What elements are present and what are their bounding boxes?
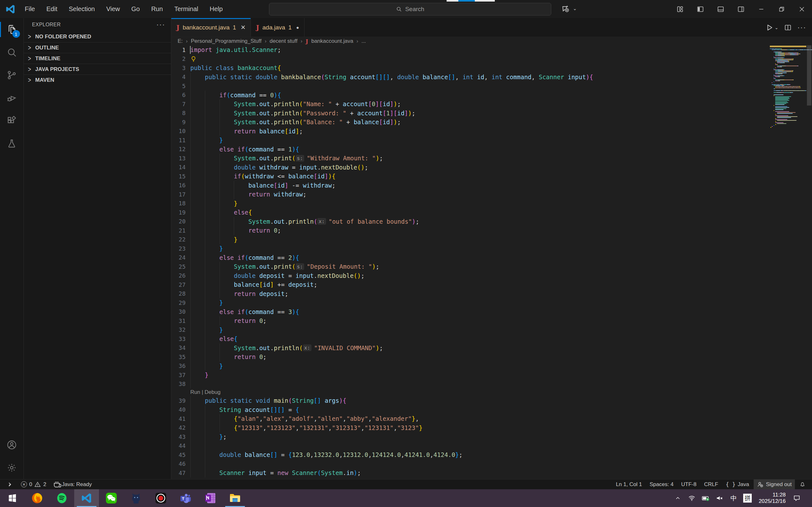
line-number[interactable]: 27	[171, 281, 190, 288]
line-number[interactable]: 38	[171, 381, 190, 387]
code-line[interactable]: 16 balance[id] -= withdraw;	[171, 181, 770, 190]
line-number[interactable]: 8	[171, 110, 190, 116]
line-number[interactable]: 42	[171, 424, 190, 431]
code-line[interactable]: 19 else{	[171, 208, 770, 217]
lightbulb-icon[interactable]	[190, 56, 197, 62]
line-number[interactable]: 43	[171, 434, 190, 440]
indentation[interactable]: Spaces: 4	[647, 480, 677, 490]
sidebar-section-outline[interactable]: >OUTLINE	[24, 42, 171, 53]
code-line[interactable]: 43 };	[171, 432, 770, 441]
code-line[interactable]: 20 System.out.println(x:"out of balance …	[171, 217, 770, 226]
code-line[interactable]: 12 else if(command == 1){	[171, 145, 770, 154]
line-number[interactable]: 20	[171, 218, 190, 225]
line-number[interactable]: 32	[171, 326, 190, 333]
line-number[interactable]: 35	[171, 354, 190, 360]
code-line[interactable]: 39 public static void main(String[] args…	[171, 396, 770, 405]
menu-file[interactable]: File	[20, 3, 39, 14]
line-number[interactable]: 39	[171, 397, 190, 404]
line-number[interactable]: 17	[171, 191, 190, 198]
editor-more-actions[interactable]: ···	[798, 23, 806, 32]
tab-ada.java[interactable]: Jada.java1●	[251, 18, 304, 37]
line-number[interactable]: 24	[171, 254, 190, 261]
line-number[interactable]: 4	[171, 73, 190, 80]
menu-terminal[interactable]: Terminal	[170, 3, 203, 14]
code-line[interactable]: 7 System.out.println("Name: " + account[…	[171, 100, 770, 109]
code-line[interactable]: 34 System.out.println(x:"INVALID COMMAND…	[171, 343, 770, 353]
line-number[interactable]: 46	[171, 460, 190, 467]
code-line[interactable]: 37 }	[171, 371, 770, 380]
line-number[interactable]: 23	[171, 245, 190, 252]
activity-accounts[interactable]	[0, 434, 24, 456]
taskbar-screen-recorder[interactable]	[148, 489, 173, 507]
tray-ime-mode[interactable]: 拼	[742, 494, 753, 503]
code-line[interactable]: 42 {"12313","123123","132131","312313","…	[171, 424, 770, 433]
line-number[interactable]: 6	[171, 92, 190, 98]
sidebar-section-maven[interactable]: >MAVEN	[24, 74, 171, 85]
code-line[interactable]: 21 return 0;	[171, 226, 770, 235]
code-line[interactable]: 4 public static double bankbalance(Strin…	[171, 72, 770, 82]
activity-run-and-debug[interactable]	[0, 87, 24, 109]
sidebar-section-java-projects[interactable]: >JAVA PROJECTS	[24, 64, 171, 74]
line-number[interactable]: 36	[171, 362, 190, 369]
code-line[interactable]: 2	[171, 55, 770, 64]
toggle-primary-sidebar-button[interactable]	[690, 0, 711, 18]
tray-wifi[interactable]	[687, 494, 697, 502]
code-editor[interactable]: 1import java.util.Scanner;23public class…	[171, 45, 812, 479]
code-line[interactable]: 9 System.out.println("Balance: " + balan…	[171, 118, 770, 127]
activity-testing[interactable]	[0, 132, 24, 155]
code-line[interactable]: 28 return deposit;	[171, 289, 770, 298]
tray-notification-center[interactable]	[792, 494, 802, 502]
line-number[interactable]: 40	[171, 406, 190, 413]
sidebar-section-timeline[interactable]: >TIMELINE	[24, 53, 171, 64]
line-number[interactable]: 10	[171, 128, 190, 134]
scrollbar-thumb[interactable]	[807, 45, 811, 106]
code-line[interactable]: 36 }	[171, 361, 770, 371]
code-line[interactable]: 26 double deposit = input.nextDouble();	[171, 271, 770, 280]
customize-layout-button[interactable]	[670, 0, 690, 18]
menu-run[interactable]: Run	[147, 3, 167, 14]
activity-extensions[interactable]	[0, 109, 24, 132]
tray-clock[interactable]: 11:282025/12/16	[756, 492, 788, 504]
line-number[interactable]: 14	[171, 164, 190, 170]
tray-battery[interactable]	[700, 494, 711, 502]
taskbar-wechat[interactable]	[99, 489, 124, 507]
line-number[interactable]: 11	[171, 137, 190, 144]
encoding[interactable]: UTF-8	[678, 480, 699, 490]
line-number[interactable]: 5	[171, 83, 190, 89]
taskbar-start[interactable]	[0, 489, 25, 507]
tray-ime-language[interactable]: 中	[728, 494, 739, 503]
menu-edit[interactable]: Edit	[42, 3, 61, 14]
code-line[interactable]: 1import java.util.Scanner;	[171, 45, 770, 55]
java-status[interactable]: Java: Ready	[51, 480, 95, 490]
menu-view[interactable]: View	[102, 3, 124, 14]
menu-help[interactable]: Help	[205, 3, 227, 14]
code-line[interactable]: 31 return 0;	[171, 316, 770, 326]
taskbar-file-explorer[interactable]	[223, 489, 247, 507]
tab-close-icon[interactable]: ✕	[241, 24, 246, 31]
line-number[interactable]: 30	[171, 308, 190, 315]
code-line[interactable]: 11 }	[171, 135, 770, 145]
remote-indicator[interactable]	[3, 480, 16, 490]
code-line[interactable]: 13 System.out.print(s:"Withdraw Amount: …	[171, 154, 770, 163]
menu-go[interactable]: Go	[127, 3, 144, 14]
taskbar-teams[interactable]	[173, 489, 198, 507]
line-number[interactable]: 9	[171, 119, 190, 125]
line-number[interactable]: 44	[171, 442, 190, 449]
line-number[interactable]: 3	[171, 65, 190, 71]
code-line[interactable]: 24 else if(command == 2){	[171, 253, 770, 262]
taskbar-onenote[interactable]	[198, 489, 223, 507]
accounts-signed-out[interactable]: Signed out	[754, 480, 795, 490]
line-number[interactable]: 28	[171, 290, 190, 297]
breadcrumb-segment[interactable]: E:	[177, 38, 183, 44]
code-line[interactable]: 6 if(command == 0){	[171, 91, 770, 100]
activity-source-control[interactable]	[0, 64, 24, 87]
code-line[interactable]: 3public class bankaccount{	[171, 63, 770, 72]
tab-bankaccount.java[interactable]: Jbankaccount.java1✕	[171, 18, 251, 37]
code-line[interactable]: 44	[171, 441, 770, 451]
code-line[interactable]: 27 balance[id] += deposit;	[171, 280, 770, 289]
code-line[interactable]: 8 System.out.println("Password: " + acco…	[171, 109, 770, 118]
split-editor-icon[interactable]	[784, 24, 792, 32]
code-line[interactable]: 18 }	[171, 199, 770, 208]
sidebar-more-actions[interactable]: ···	[156, 20, 165, 29]
code-line[interactable]: 15 if(withdraw <= balance[id]){	[171, 172, 770, 181]
